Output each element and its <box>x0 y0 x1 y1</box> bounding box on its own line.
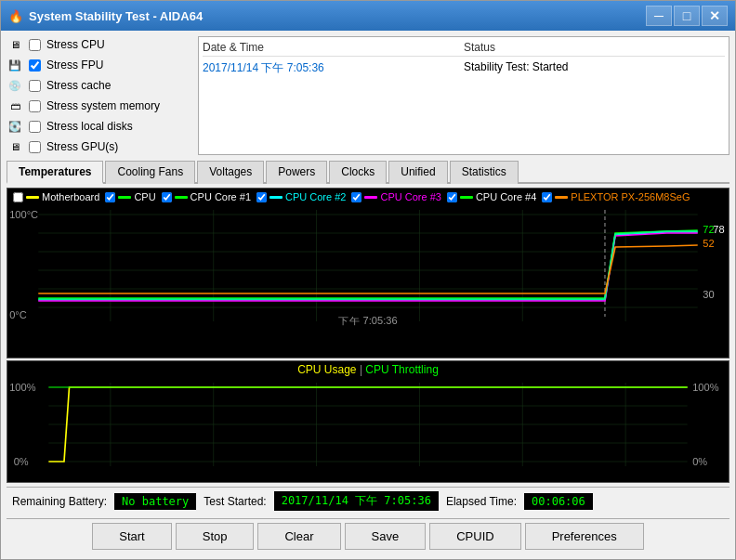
motherboard-color <box>26 196 39 199</box>
stress-cache-checkbox[interactable] <box>29 80 41 92</box>
cpu-throttling-title: CPU Throttling <box>365 363 438 376</box>
save-button[interactable]: Save <box>345 523 427 550</box>
legend-plextor-checkbox[interactable] <box>542 192 552 202</box>
main-content: 🖥 Stress CPU 💾 Stress FPU 💿 Stress cache… <box>1 31 735 559</box>
date-time-header: Date & Time <box>203 41 464 54</box>
stress-disk-row: 💽 Stress local disks <box>7 118 192 135</box>
tab-cooling-fans[interactable]: Cooling Fans <box>105 161 195 184</box>
stress-gpu-row: 🖥 Stress GPU(s) <box>7 138 192 155</box>
mem-icon: 🗃 <box>7 98 23 114</box>
cpu-core1-color <box>175 196 188 199</box>
elapsed-label: Elapsed Time: <box>446 495 517 508</box>
legend-cpu-core2: CPU Core #2 <box>256 191 346 202</box>
cpuid-button[interactable]: CPUID <box>429 523 520 550</box>
maximize-button[interactable]: □ <box>674 6 700 26</box>
legend-cpu-core1: CPU Core #1 <box>162 191 251 202</box>
window-icon: 🔥 <box>8 9 23 23</box>
window-title: System Stability Test - AIDA64 <box>29 9 203 23</box>
legend-cpu-core3-checkbox[interactable] <box>351 192 361 202</box>
svg-text:下午 7:05:36: 下午 7:05:36 <box>338 316 397 326</box>
title-bar: 🔥 System Stability Test - AIDA64 ─ □ ✕ <box>1 1 735 31</box>
battery-label: Remaining Battery: <box>12 495 107 508</box>
tab-powers[interactable]: Powers <box>266 161 327 184</box>
preferences-button[interactable]: Preferences <box>525 523 644 550</box>
legend-motherboard-checkbox[interactable] <box>13 192 23 202</box>
status-header-cell: Status <box>464 41 725 54</box>
svg-text:0%: 0% <box>692 457 707 467</box>
stress-gpu-checkbox[interactable] <box>29 141 41 153</box>
legend-motherboard: Motherboard <box>13 191 99 202</box>
tab-statistics[interactable]: Statistics <box>450 161 519 184</box>
legend-cpu-core4-label: CPU Core #4 <box>476 191 536 202</box>
checkboxes-panel: 🖥 Stress CPU 💾 Stress FPU 💿 Stress cache… <box>7 36 192 155</box>
usage-chart-svg: 100% 0% 100% 0% <box>7 378 729 471</box>
svg-text:100°C: 100°C <box>9 210 38 220</box>
close-button[interactable]: ✕ <box>702 6 728 26</box>
legend-cpu-core4: CPU Core #4 <box>447 191 536 202</box>
stress-gpu-label: Stress GPU(s) <box>46 140 118 153</box>
stress-cpu-checkbox[interactable] <box>29 39 41 51</box>
status-panel: Date & Time Status 2017/11/14 下午 7:05:36… <box>198 36 729 155</box>
cpu-core2-color <box>269 196 283 199</box>
stress-cache-label: Stress cache <box>46 79 111 92</box>
stress-fpu-row: 💾 Stress FPU <box>7 57 192 73</box>
stress-mem-label: Stress system memory <box>46 99 160 112</box>
stress-cpu-label: Stress CPU <box>46 38 105 51</box>
legend-motherboard-label: Motherboard <box>42 191 99 202</box>
legend-cpu-core4-checkbox[interactable] <box>447 192 457 202</box>
legend-cpu-checkbox[interactable] <box>105 192 115 202</box>
stress-cpu-row: 🖥 Stress CPU <box>7 36 192 53</box>
cpu-color <box>118 196 131 199</box>
tab-unified[interactable]: Unified <box>388 161 447 184</box>
legend-plextor-label: PLEXTOR PX-256M8SeG <box>571 191 690 202</box>
main-window: 🔥 System Stability Test - AIDA64 ─ □ ✕ 🖥… <box>0 0 736 560</box>
stress-mem-row: 🗃 Stress system memory <box>7 98 192 114</box>
tab-clocks[interactable]: Clocks <box>329 161 387 184</box>
stress-mem-checkbox[interactable] <box>29 100 41 112</box>
elapsed-value: 00:06:06 <box>524 493 593 510</box>
legend-cpu-label: CPU <box>134 191 155 202</box>
gpu-icon: 🖥 <box>7 138 23 155</box>
svg-text:52: 52 <box>703 239 714 249</box>
status-header: Date & Time Status <box>203 41 725 57</box>
stop-button[interactable]: Stop <box>176 523 255 550</box>
svg-text:100%: 100% <box>9 383 35 393</box>
test-started-value: 2017/11/14 下午 7:05:36 <box>274 491 439 511</box>
tab-temperatures[interactable]: Temperatures <box>7 161 103 184</box>
stress-fpu-label: Stress FPU <box>46 59 103 72</box>
action-buttons: Start Stop Clear Save CPUID Preferences <box>7 518 729 553</box>
legend-cpu-core3: CPU Core #3 <box>351 191 440 202</box>
title-bar-left: 🔥 System Stability Test - AIDA64 <box>8 9 203 23</box>
chart-legend: Motherboard CPU CPU Core #1 <box>7 189 729 205</box>
cpu-core4-color <box>460 196 473 199</box>
clear-button[interactable]: Clear <box>257 523 340 550</box>
legend-cpu-core3-label: CPU Core #3 <box>380 191 440 202</box>
status-text: Stability Test: Started <box>464 60 725 76</box>
top-section: 🖥 Stress CPU 💾 Stress FPU 💿 Stress cache… <box>7 36 729 155</box>
svg-text:0°C: 0°C <box>9 310 27 320</box>
legend-cpu-core2-label: CPU Core #2 <box>285 191 346 202</box>
stress-disk-checkbox[interactable] <box>29 121 41 133</box>
temp-chart-svg: 100°C 0°C 72 <box>7 205 729 326</box>
legend-cpu: CPU <box>105 191 155 202</box>
legend-plextor: PLEXTOR PX-256M8SeG <box>542 191 690 202</box>
cache-icon: 💿 <box>7 77 23 94</box>
stress-disk-label: Stress local disks <box>46 120 133 133</box>
legend-cpu-core2-checkbox[interactable] <box>256 192 267 202</box>
svg-text:0%: 0% <box>14 457 29 467</box>
legend-cpu-core1-checkbox[interactable] <box>162 192 172 202</box>
tab-voltages[interactable]: Voltages <box>197 161 264 184</box>
minimize-button[interactable]: ─ <box>646 6 672 26</box>
tabs-bar: Temperatures Cooling Fans Voltages Power… <box>7 159 729 184</box>
status-datetime: 2017/11/14 下午 7:05:36 <box>203 60 464 76</box>
temperature-chart: Motherboard CPU CPU Core #1 <box>7 188 729 358</box>
bottom-info-bar: Remaining Battery: No battery Test Start… <box>7 487 729 514</box>
start-button[interactable]: Start <box>92 523 171 550</box>
status-row: 2017/11/14 下午 7:05:36 Stability Test: St… <box>203 60 725 76</box>
cpu-core3-color <box>364 196 377 199</box>
fpu-icon: 💾 <box>7 57 23 73</box>
plextor-color <box>555 196 568 199</box>
legend-cpu-core1-label: CPU Core #1 <box>191 191 251 202</box>
stress-fpu-checkbox[interactable] <box>29 59 41 72</box>
stress-cache-row: 💿 Stress cache <box>7 77 192 94</box>
